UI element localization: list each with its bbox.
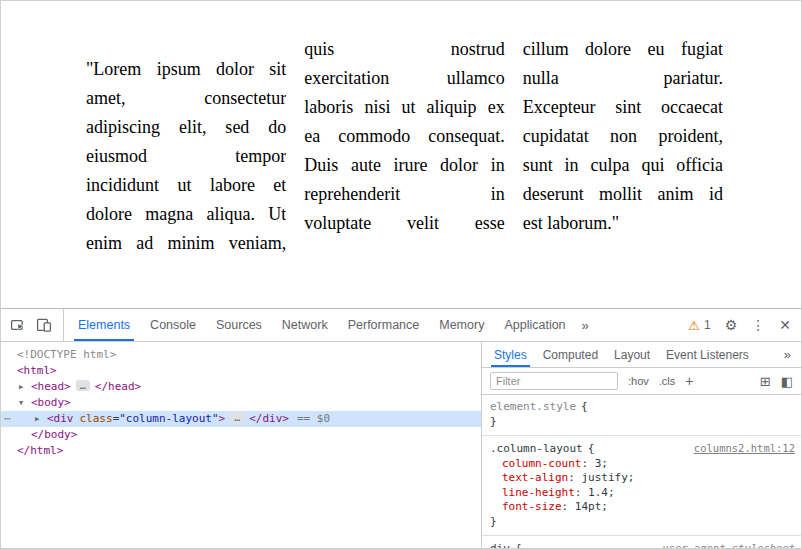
ellipsis-expander[interactable]: … (76, 380, 90, 391)
tag-text: <head> (31, 380, 71, 393)
styles-filter-input[interactable] (490, 372, 618, 390)
devtools-toolbar-icons (5, 309, 64, 341)
css-property-name[interactable]: text-align (502, 471, 581, 484)
more-tabs-icon[interactable]: » (576, 309, 595, 341)
styles-filter-toolbar: :hov .cls + ⊞ ◧ (482, 368, 801, 395)
text-line: deserunt mollit anim id (523, 180, 723, 209)
css-property-name[interactable]: font-size (502, 500, 575, 513)
body-close-node[interactable]: </body> (1, 427, 481, 443)
toggle-element-state-button[interactable]: :hov (628, 375, 649, 387)
text-line: voluptate velit esse (304, 209, 504, 238)
warning-triangle-icon: ⚠ (688, 319, 700, 332)
close-devtools-icon[interactable]: ✕ (779, 318, 791, 332)
rule-selector[interactable]: div (490, 542, 510, 548)
text-line: est laborum." (523, 209, 723, 238)
css-property-value[interactable]: 14pt (575, 500, 608, 513)
body-open-node[interactable]: ▼ <body> (1, 395, 481, 411)
css-property-row[interactable]: line-height1.4 (490, 486, 795, 501)
devtools-body: <!DOCTYPE html> <html> ▶ <head>…</head> … (1, 342, 801, 548)
tab-elements[interactable]: Elements (68, 309, 140, 341)
settings-gear-icon[interactable]: ⚙ (725, 318, 738, 332)
more-sidebar-tabs-icon[interactable]: » (778, 342, 797, 367)
css-property-value[interactable]: 1.4 (588, 486, 615, 499)
div-user-agent-rule-section[interactable]: div{ user agent stylesheet displayblock (482, 536, 801, 548)
css-property-name[interactable]: line-height (502, 486, 588, 499)
ellipsis-expander[interactable]: … (230, 412, 244, 423)
css-property-row[interactable]: column-count3 (490, 457, 795, 472)
css-property-row[interactable]: text-alignjustify (490, 471, 795, 486)
text-line: dolore magna aliqua. Ut (86, 200, 286, 229)
tag-text: <body> (31, 396, 71, 409)
new-style-rule-button[interactable]: + (685, 373, 693, 389)
tag-text: </div> (249, 412, 289, 425)
tab-memory[interactable]: Memory (429, 309, 494, 341)
warnings-badge[interactable]: ⚠ 1 (688, 318, 710, 332)
collapse-arrow-icon[interactable]: ▼ (19, 395, 23, 411)
dollar-zero-marker: == $0 (297, 412, 330, 425)
devtools-panel: Elements Console Sources Network Perform… (1, 308, 801, 548)
tab-computed[interactable]: Computed (535, 342, 606, 367)
element-classes-button[interactable]: .cls (659, 375, 676, 387)
tag-text: </html> (17, 444, 63, 457)
devtools-tab-bar: Elements Console Sources Network Perform… (68, 309, 595, 341)
text-line: nulla pariatur. (523, 64, 723, 93)
text-line: adipiscing elit, sed do (86, 113, 286, 142)
tab-application[interactable]: Application (494, 309, 575, 341)
open-brace: { (588, 442, 595, 455)
tab-sources[interactable]: Sources (206, 309, 272, 341)
inspect-element-icon[interactable] (9, 316, 27, 334)
tag-text: > (219, 412, 226, 425)
device-toolbar-icon[interactable] (35, 316, 53, 334)
text-line: Excepteur sint occaecat (523, 93, 723, 122)
styles-sidebar: Styles Computed Layout Event Listeners »… (482, 342, 801, 548)
text-line: "Lorem ipsum dolor sit (86, 55, 286, 84)
expand-arrow-icon[interactable]: ▶ (19, 379, 23, 395)
tag-text: <div (47, 412, 74, 425)
text-column-3: cillum dolore eu fugiat nulla pariatur. … (523, 35, 723, 258)
rule-selector[interactable]: .column-layout (490, 442, 583, 455)
element-style-section[interactable]: element.style{ } (482, 395, 801, 436)
devtools-toolbar: Elements Console Sources Network Perform… (1, 309, 801, 342)
selected-div-node[interactable]: ⋯ ▶ <divclass="column-layout">…</div>== … (1, 411, 481, 427)
tab-styles[interactable]: Styles (486, 342, 535, 367)
tab-network[interactable]: Network (272, 309, 338, 341)
css-property-value[interactable]: justify (581, 471, 634, 484)
text-line: enim ad minim veniam, (86, 229, 286, 258)
grid-icon[interactable]: ⊞ (760, 374, 771, 389)
attribute-name: class (80, 412, 113, 425)
close-brace: } (490, 415, 497, 428)
tag-text: </head> (95, 380, 141, 393)
open-brace: { (581, 400, 588, 413)
text-line: exercitation ullamco (304, 64, 504, 93)
element-style-selector[interactable]: element.style (490, 400, 576, 413)
text-line: amet, consectetur (86, 84, 286, 113)
text-line: incididunt ut labore et (86, 171, 286, 200)
devtools-menu-icon[interactable]: ⋮ (751, 318, 765, 332)
doctype-node[interactable]: <!DOCTYPE html> (1, 347, 481, 363)
css-property-name[interactable]: column-count (502, 457, 595, 470)
text-line: sunt in culpa qui officia (523, 151, 723, 180)
browser-window: "Lorem ipsum dolor sit amet, consectetur… (0, 0, 802, 549)
html-close-node[interactable]: </html> (1, 443, 481, 459)
tag-text: </body> (31, 428, 77, 441)
head-node[interactable]: ▶ <head>…</head> (1, 379, 481, 395)
tab-performance[interactable]: Performance (338, 309, 430, 341)
doctype-text: <!DOCTYPE html> (17, 348, 116, 361)
column-layout-text: "Lorem ipsum dolor sit amet, consectetur… (1, 1, 801, 258)
tab-event-listeners[interactable]: Event Listeners (658, 342, 757, 367)
expand-arrow-icon[interactable]: ▶ (35, 411, 39, 427)
text-column-1: "Lorem ipsum dolor sit amet, consectetur… (86, 55, 286, 258)
attribute-value: "column-layout" (119, 412, 218, 425)
text-line: Duis aute irure dolor in (304, 151, 504, 180)
elements-tree-panel: <!DOCTYPE html> <html> ▶ <head>…</head> … (1, 342, 482, 548)
tab-console[interactable]: Console (140, 309, 206, 341)
open-brace: { (515, 542, 522, 548)
html-open-node[interactable]: <html> (1, 363, 481, 379)
tab-layout[interactable]: Layout (606, 342, 658, 367)
stylesheet-source-link[interactable]: columns2.html:12 (694, 441, 795, 456)
css-property-row[interactable]: font-size14pt (490, 500, 795, 515)
row-menu-dots-icon[interactable]: ⋯ (4, 411, 10, 427)
css-property-value[interactable]: 3 (595, 457, 608, 470)
column-layout-rule-section[interactable]: .column-layout{ columns2.html:12 column-… (482, 436, 801, 536)
panel-toggle-icon[interactable]: ◧ (781, 374, 793, 389)
